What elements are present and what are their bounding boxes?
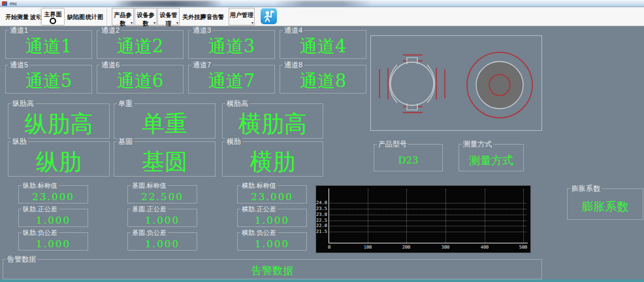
bottom-taskbar-strip	[0, 279, 644, 282]
y-tick-label: 23.0	[316, 212, 327, 217]
gridline	[329, 220, 526, 221]
channel-3-box: 通道3 通道3	[188, 30, 275, 59]
stats-chart-button[interactable]: 统计图	[86, 13, 103, 22]
rib-height-trans-value: 横肋高	[223, 104, 323, 138]
main-toolbar: 开始测量 波动图 主界面 缺陷图 统计图 产品参数 ▾ 设备参数 ▾ 设备管理 …	[0, 7, 644, 26]
long-rib-nominal-value: 23.000	[19, 186, 88, 203]
channel-4-value: 通道4	[280, 31, 366, 58]
y-tick-label: 21.5	[316, 229, 327, 234]
rib-long-box: 纵肋 纵肋	[8, 141, 110, 177]
person-flag-glyph	[261, 8, 277, 24]
base-circle-plus-tol-value: 1.000	[128, 209, 197, 226]
rib-height-trans-box: 横肋高 横肋高	[222, 103, 323, 139]
gridline	[368, 189, 368, 243]
start-measure-button[interactable]: 开始测量	[5, 13, 29, 22]
x-tick-label: 400	[481, 245, 489, 250]
window-title: mc	[10, 1, 17, 7]
gridline	[329, 215, 526, 215]
alarm-data-value: 告警数据	[3, 260, 541, 279]
channel-6-value: 通道6	[97, 65, 183, 93]
channel-8-box: 通道8 通道8	[280, 65, 366, 94]
gridline	[329, 226, 526, 226]
product-params-label: 产品参数	[112, 11, 133, 28]
rebar-measurement-app: { "window": { "title": "mc" }, "toolbar"…	[0, 0, 644, 282]
channel-1-value: 通道1	[6, 31, 91, 58]
product-params-dropdown[interactable]: 产品参数 ▾	[112, 8, 134, 26]
gridline	[329, 203, 526, 203]
x-tick-label: 200	[402, 245, 411, 250]
channel-6-box: 通道6 通道6	[97, 65, 184, 94]
toolbar-separator	[106, 9, 107, 25]
alarm-data-box: 告警数据 告警数据	[3, 259, 542, 279]
user-manage-label: 用户管理	[229, 11, 254, 20]
trans-rib-nominal-value: 23.000	[238, 186, 306, 203]
gridline	[445, 189, 446, 243]
base-circle-minus-tol-box: 基圆.负公差 1.000	[127, 232, 197, 251]
channel-1-box: 通道1 通道1	[5, 30, 92, 59]
chevron-down-icon: ▾	[153, 20, 155, 25]
rib-height-long-value: 纵肋高	[8, 104, 109, 138]
chevron-down-icon: ▾	[251, 20, 253, 25]
channel-4-box: 通道4 通道4	[280, 30, 366, 59]
channel-3-value: 通道3	[189, 31, 274, 58]
rib-trans-box: 横肋 横肋	[222, 141, 323, 177]
long-rib-minus-tol-box: 纵肋.负公差 1.000	[18, 232, 88, 251]
window-app-icon	[2, 1, 7, 6]
chevron-down-icon: ▾	[131, 20, 133, 25]
trans-rib-nominal-box: 横肋.标称值 23.000	[237, 185, 307, 203]
base-circle-nominal-value: 22.500	[128, 186, 197, 203]
rib-long-value: 纵肋	[8, 142, 109, 176]
rebar-profile-drawing	[371, 36, 543, 132]
base-circle-value: 基圆	[114, 142, 215, 176]
long-rib-nominal-box: 纵肋.标称值 23.000	[18, 185, 88, 203]
device-manage-dropdown[interactable]: 设备管理 ▾	[157, 8, 180, 26]
x-tick-label: 300	[442, 245, 450, 250]
channel-7-box: 通道7 通道7	[188, 65, 275, 94]
trans-rib-plus-tol-box: 横肋.正公差 1.000	[237, 209, 307, 227]
titlebar-glass-reflection	[114, 1, 222, 7]
y-tick-label: 24.0	[316, 200, 327, 205]
gridline	[406, 189, 407, 243]
y-tick-label: 22.0	[316, 223, 327, 228]
x-tick-label: 100	[364, 245, 372, 250]
product-model-value: D23	[374, 145, 442, 171]
gridline	[523, 189, 524, 243]
user-manage-dropdown[interactable]: 用户管理 ▾	[229, 8, 255, 26]
titlebar-glass-reflection-2	[274, 1, 372, 7]
expansion-coefficient-box: 膨胀系数 膨胀系数	[567, 188, 643, 220]
gridline	[329, 232, 526, 232]
main-screen-button[interactable]: 主界面	[41, 8, 65, 26]
device-params-dropdown[interactable]: 设备参数 ▾	[135, 8, 157, 26]
device-params-label: 设备参数	[135, 11, 156, 28]
expansion-coefficient-value: 膨胀系数	[568, 189, 643, 219]
chevron-down-icon: ▾	[176, 20, 178, 25]
channel-5-box: 通道5 通道5	[5, 65, 92, 94]
defect-chart-button[interactable]: 缺陷图	[67, 13, 85, 22]
long-rib-minus-tol-value: 1.000	[19, 233, 88, 250]
x-axis	[329, 243, 528, 243]
base-circle-plus-tol-box: 基圆.正公差 1.000	[127, 209, 197, 227]
base-circle-minus-tol-value: 1.000	[128, 233, 197, 250]
rib-trans-value: 横肋	[223, 142, 323, 176]
channel-8-value: 通道8	[280, 65, 366, 93]
unit-weight-value: 单重	[114, 104, 215, 138]
window-title-bar[interactable]: mc	[0, 0, 644, 7]
measure-method-box: 测量方式 测量方式	[459, 144, 524, 171]
trans-rib-minus-tol-value: 1.000	[238, 233, 306, 250]
gridline	[485, 189, 485, 243]
x-tick-label: 500	[519, 245, 528, 250]
sound-alarm-button[interactable]: 声音告警	[201, 13, 224, 22]
device-manage-label: 设备管理	[158, 11, 179, 28]
channel-2-value: 通道2	[97, 31, 183, 58]
person-flag-icon[interactable]	[261, 8, 277, 24]
base-circle-box: 基圆 基圆	[114, 141, 216, 177]
selected-indicator-icon	[50, 18, 56, 24]
trend-chart: 24.0 23.5 23.0 22.5 22.0 21.5 0 100 200 …	[315, 185, 531, 253]
channel-7-value: 通道7	[189, 65, 274, 93]
product-model-box: 产品型号 D23	[374, 144, 443, 171]
long-rib-plus-tol-value: 1.000	[19, 209, 88, 226]
long-rib-plus-tol-box: 纵肋.正公差 1.000	[18, 209, 88, 227]
trans-rib-minus-tol-box: 横肋.负公差 1.000	[237, 232, 307, 251]
rib-height-long-box: 纵肋高 纵肋高	[8, 103, 110, 139]
channel-2-box: 通道2 通道2	[97, 30, 184, 59]
